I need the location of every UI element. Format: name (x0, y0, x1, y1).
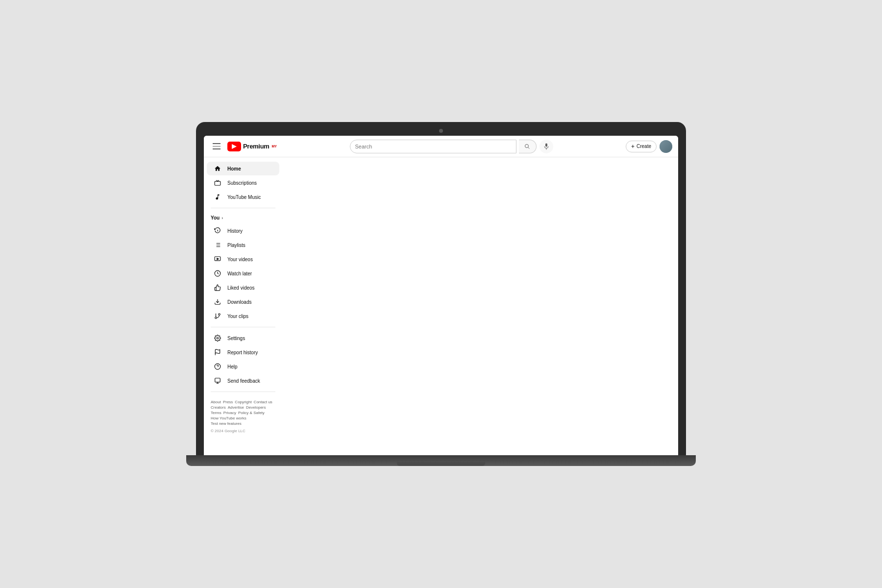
create-plus-icon: + (631, 143, 635, 150)
sidebar-label-report-history: Report history (227, 350, 258, 355)
header: PremiumMY (204, 136, 678, 157)
divider-2 (211, 327, 275, 327)
search-icon (524, 144, 530, 149)
sidebar-label-help: Help (227, 364, 238, 369)
footer-link-press[interactable]: Press (223, 400, 233, 404)
sidebar-item-your-videos[interactable]: Your videos (207, 252, 279, 266)
sidebar-item-downloads[interactable]: Downloads (207, 295, 279, 309)
avatar-image (660, 140, 672, 153)
subscriptions-icon (214, 179, 221, 187)
svg-rect-4 (215, 181, 220, 185)
divider-3 (211, 392, 275, 392)
settings-icon (214, 334, 221, 342)
footer-link-creators[interactable]: Creators (211, 405, 226, 410)
sidebar-item-home[interactable]: Home (207, 162, 279, 175)
header-actions: + Create (626, 140, 672, 153)
sidebar-item-history[interactable]: History (207, 224, 279, 238)
search-area (281, 140, 622, 153)
search-box (350, 140, 516, 153)
sidebar-label-youtube-music: YouTube Music (227, 195, 261, 200)
watch-later-icon (214, 270, 221, 277)
your-videos-icon (214, 255, 221, 263)
sidebar-label-liked-videos: Liked videos (227, 285, 255, 291)
sidebar-item-help[interactable]: Help (207, 360, 279, 373)
sidebar-label-send-feedback: Send feedback (227, 378, 260, 384)
sidebar-label-settings: Settings (227, 336, 245, 341)
main-content (282, 157, 678, 455)
sidebar-item-your-clips[interactable]: Your clips (207, 309, 279, 323)
liked-videos-icon (214, 284, 221, 292)
screen: PremiumMY (204, 136, 678, 455)
laptop-screen: PremiumMY (196, 122, 686, 455)
sidebar-label-history: History (227, 228, 243, 234)
camera-dot (439, 129, 443, 133)
footer-link-new-features[interactable]: Test new features (211, 421, 242, 426)
sidebar-item-settings[interactable]: Settings (207, 331, 279, 345)
sidebar-item-report-history[interactable]: Report history (207, 345, 279, 359)
footer-link-privacy[interactable]: Privacy (223, 411, 236, 415)
you-label: You (211, 215, 220, 220)
downloads-icon (214, 298, 221, 306)
svg-rect-2 (545, 143, 547, 147)
you-section[interactable]: You › (204, 212, 282, 223)
body: Home Subscriptions YouTu (204, 157, 678, 455)
mic-icon (543, 143, 549, 150)
yt-logo[interactable]: PremiumMY (227, 142, 277, 151)
report-icon (214, 348, 221, 356)
home-icon (214, 165, 221, 172)
svg-rect-22 (215, 378, 220, 382)
divider-1 (211, 208, 275, 208)
footer-link-how-works[interactable]: How YouTube works (211, 416, 246, 420)
sidebar-item-watch-later[interactable]: Watch later (207, 267, 279, 280)
screen-bezel: PremiumMY (204, 136, 678, 455)
chevron-right-icon: › (221, 216, 223, 220)
search-button[interactable] (519, 140, 537, 153)
svg-point-16 (219, 314, 220, 316)
footer-link-developers[interactable]: Developers (246, 405, 266, 410)
sidebar-label-your-clips: Your clips (227, 314, 248, 319)
sidebar-label-watch-later: Watch later (227, 271, 252, 276)
svg-point-17 (215, 317, 217, 319)
footer-link-copyright[interactable]: Copyright (235, 400, 251, 404)
svg-line-1 (528, 147, 530, 148)
sidebar: Home Subscriptions YouTu (204, 157, 282, 455)
avatar[interactable] (660, 140, 672, 153)
logo-badge: MY (272, 145, 277, 148)
sidebar-item-youtube-music[interactable]: YouTube Music (207, 190, 279, 204)
yt-logo-icon (227, 142, 241, 151)
help-icon (214, 363, 221, 370)
sidebar-item-send-feedback[interactable]: Send feedback (207, 374, 279, 388)
create-button[interactable]: + Create (626, 141, 657, 152)
laptop-base (186, 455, 696, 466)
footer-links: About Press Copyright Contact us Creator… (211, 400, 275, 426)
footer-link-contact[interactable]: Contact us (254, 400, 272, 404)
create-label: Create (637, 144, 651, 149)
sidebar-label-home: Home (227, 166, 241, 172)
sidebar-label-playlists: Playlists (227, 243, 245, 248)
sidebar-label-your-videos: Your videos (227, 257, 253, 262)
sidebar-footer: About Press Copyright Contact us Creator… (204, 396, 282, 437)
svg-point-18 (217, 337, 219, 339)
clips-icon (214, 312, 221, 320)
footer-link-terms[interactable]: Terms (211, 411, 221, 415)
sidebar-item-liked-videos[interactable]: Liked videos (207, 281, 279, 294)
mic-button[interactable] (539, 140, 553, 153)
sidebar-item-subscriptions[interactable]: Subscriptions (207, 176, 279, 190)
feedback-icon (214, 377, 221, 385)
svg-marker-12 (217, 258, 219, 260)
sidebar-item-playlists[interactable]: Playlists (207, 238, 279, 252)
sidebar-label-downloads: Downloads (227, 299, 251, 305)
logo-text: Premium (243, 143, 270, 150)
history-icon (214, 227, 221, 235)
music-icon (214, 193, 221, 201)
svg-point-0 (525, 144, 529, 147)
footer-link-policy[interactable]: Policy & Safety (238, 411, 265, 415)
menu-icon[interactable] (210, 140, 223, 153)
playlists-icon (214, 241, 221, 249)
footer-copyright: © 2024 Google LLC (211, 429, 275, 433)
footer-link-about[interactable]: About (211, 400, 221, 404)
footer-link-advertise[interactable]: Advertise (228, 405, 244, 410)
sidebar-label-subscriptions: Subscriptions (227, 180, 257, 186)
search-input[interactable] (350, 140, 516, 153)
